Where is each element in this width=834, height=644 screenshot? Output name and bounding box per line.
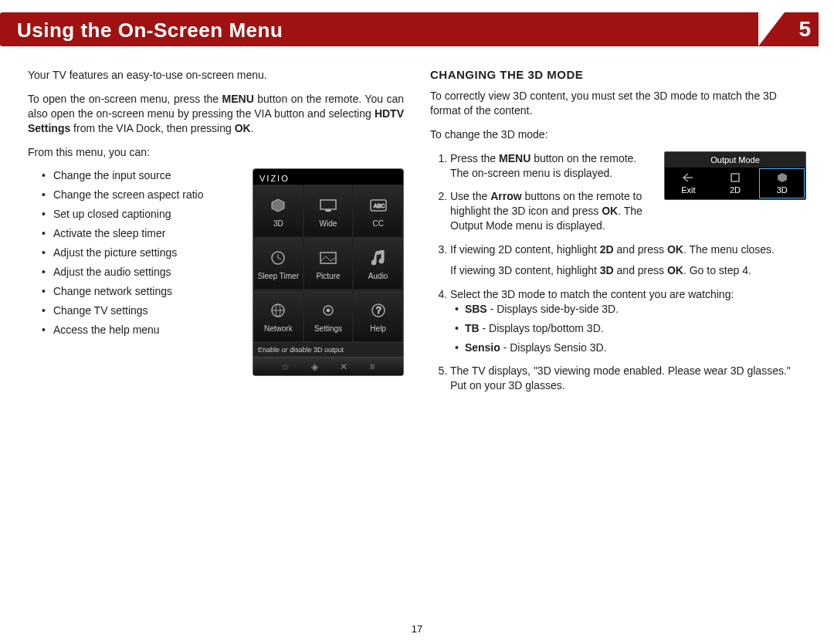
list-item: Activate the sleep timer (28, 226, 242, 241)
capability-list: Change the input source Change the scree… (28, 168, 242, 337)
menu-cc: ABCCC (353, 185, 403, 237)
menu-sleep-timer: Sleep Timer (253, 237, 303, 290)
list-item: Adjust the picture settings (28, 246, 242, 260)
list-item: Adjust the audio settings (28, 265, 242, 280)
step-4: Select the 3D mode to match the content … (450, 287, 806, 355)
menu-wide: Wide (303, 185, 354, 237)
mode-sbs: SBS - Displays side-by-side 3D. (455, 302, 806, 317)
chapter-number: 5 (798, 17, 811, 42)
tv-menu-screenshot: VIZIO 3D Wide ABCCC Sleep Timer Picture … (253, 168, 404, 376)
cube-icon (267, 195, 289, 216)
output-mode-title: Output Mode (665, 152, 805, 168)
left-column: Your TV features an easy-to-use on-scree… (28, 68, 404, 402)
svg-line-7 (278, 258, 281, 259)
list-item: Change network settings (28, 284, 242, 299)
right-column: CHANGING THE 3D MODE To correctly view 3… (430, 68, 806, 402)
star-icon: ☆ (281, 361, 290, 372)
list-item: Change TV settings (28, 303, 242, 318)
svg-text:?: ? (376, 305, 381, 316)
list-item: Change the screen aspect ratio (28, 188, 242, 202)
picture-icon (317, 247, 339, 269)
svg-rect-8 (320, 253, 336, 263)
mode-sensio: Sensio - Displays Sensio 3D. (455, 341, 806, 355)
music-icon (368, 247, 389, 269)
menu-settings: Settings (303, 290, 354, 342)
section-intro: To correctly view 3D content, you must s… (430, 89, 806, 118)
step-3: If viewing 2D content, highlight 2D and … (450, 242, 806, 278)
intro-text: Your TV features an easy-to-use on-scree… (28, 68, 404, 83)
svg-text:ABC: ABC (374, 203, 385, 208)
banner-notch (758, 12, 785, 46)
gear-icon (317, 300, 339, 321)
open-menu-text: To open the on-screen menu, press the ME… (28, 92, 404, 136)
svg-rect-2 (326, 210, 331, 212)
from-menu-text: From this menu, you can: (28, 145, 404, 160)
section-heading: CHANGING THE 3D MODE (430, 68, 806, 81)
page-number: 17 (0, 623, 834, 635)
nav-bar: ☆ ◈ ✕ ≡ (253, 357, 403, 375)
svg-rect-1 (320, 200, 336, 209)
menu-network: Network (253, 290, 303, 342)
mode-tb: TB - Displays top/bottom 3D. (455, 321, 806, 336)
brand-label: VIZIO (253, 169, 403, 185)
menu-icon: ≡ (369, 361, 375, 372)
help-icon: ? (368, 300, 389, 321)
clock-icon (267, 247, 289, 269)
mode-3d: 3D (758, 168, 805, 199)
menu-3d: 3D (253, 185, 303, 237)
step-5: The TV displays, "3D viewing mode enable… (450, 364, 806, 393)
chapter-banner: Using the On-Screen Menu 5 (0, 12, 819, 46)
shield-icon: ◈ (311, 361, 318, 372)
svg-marker-0 (272, 199, 284, 212)
mode-2d: 2D (712, 168, 759, 199)
globe-icon (267, 300, 289, 321)
cube-icon (777, 172, 788, 183)
list-item: Set up closed captioning (28, 207, 242, 222)
menu-picture: Picture (303, 237, 354, 290)
svg-point-13 (327, 309, 330, 312)
svg-marker-17 (778, 173, 787, 182)
list-item: Change the input source (28, 168, 242, 183)
menu-help: ?Help (353, 290, 403, 342)
output-mode-screenshot: Output Mode Exit 2D 3D (664, 151, 806, 200)
lead-in: To change the 3D mode: (430, 127, 806, 142)
list-item: Access the help menu (28, 323, 242, 337)
monitor-icon (317, 195, 339, 216)
svg-rect-16 (731, 174, 739, 181)
back-icon (682, 172, 694, 183)
square-icon (730, 172, 741, 183)
chapter-title: Using the On-Screen Menu (0, 12, 819, 42)
caption-icon: ABC (368, 195, 389, 216)
mode-exit: Exit (665, 168, 712, 199)
menu-status-text: Enable or disable 3D output (253, 342, 403, 357)
menu-audio: Audio (353, 237, 403, 290)
close-icon: ✕ (340, 361, 348, 372)
